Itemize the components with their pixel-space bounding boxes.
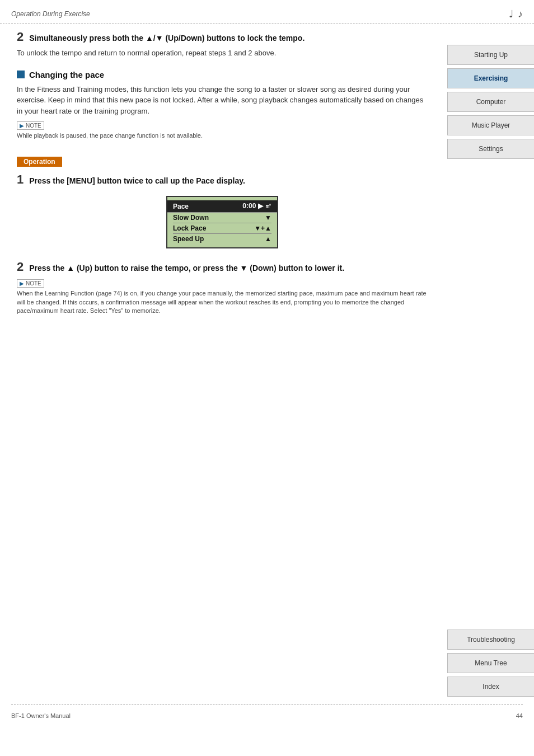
section-title: Operation During Exercise — [11, 10, 90, 18]
section-heading-text: Changing the pace — [29, 70, 104, 79]
pace-row-1: Slow Down ▼ — [173, 213, 271, 223]
sidebar-item-menu-tree[interactable]: Menu Tree — [447, 653, 534, 673]
music-note2-icon: ♪ — [518, 8, 523, 20]
music-note-icon: ♩ — [509, 8, 513, 20]
pace-value-0: 0:00 ▶ ㎡ — [242, 201, 271, 211]
pace-label-0: Pace — [173, 203, 189, 210]
main-content: 2 Simultaneously press both the ▲/▼ (Up/… — [11, 30, 433, 316]
note-text-learning: When the Learning Function (page 74) is … — [17, 289, 428, 315]
header-icons: ♩ ♪ — [509, 8, 523, 20]
note-label-text-2: NOTE — [26, 280, 41, 287]
sidebar-item-exercising[interactable]: Exercising — [447, 68, 534, 88]
step-text-lock: Simultaneously press both the ▲/▼ (Up/Do… — [29, 32, 305, 44]
step-lock-tempo: 2 Simultaneously press both the ▲/▼ (Up/… — [17, 30, 428, 59]
section-changing-pace: Changing the pace In the Fitness and Tra… — [17, 70, 428, 140]
page-footer: BF-1 Owner's Manual 44 — [0, 709, 534, 722]
step-pace-display: 1 Press the [MENU] button twice to call … — [17, 172, 428, 248]
pace-label-3: Speed Up — [173, 235, 204, 243]
pace-label-2: Lock Pace — [173, 224, 206, 232]
sidebar-item-settings[interactable]: Settings — [447, 139, 534, 159]
step-lock-header: 2 Simultaneously press both the ▲/▼ (Up/… — [17, 30, 428, 44]
pace-row-0: Pace 0:00 ▶ ㎡ — [167, 200, 277, 213]
step-description-lock: To unlock the tempo and return to normal… — [17, 48, 428, 59]
operation-tag-wrapper: Operation — [17, 151, 428, 172]
pace-value-2: ▼+▲ — [254, 224, 271, 232]
step-text-pace: Press the [MENU] button twice to call up… — [29, 175, 245, 187]
sidebar-item-starting-up[interactable]: Starting Up — [447, 45, 534, 65]
step-pace-updown: 2 Press the ▲ (Up) button to raise the t… — [17, 260, 428, 315]
pace-label-1: Slow Down — [173, 214, 209, 222]
note-learning: ▶ NOTE When the Learning Function (page … — [17, 279, 428, 315]
note-label-icon: ▶ NOTE — [17, 121, 44, 130]
step-number-lock: 2 — [17, 30, 24, 44]
sidebar-top: Starting Up Exercising Computer Music Pl… — [447, 45, 534, 162]
page-wrapper: Operation During Exercise ♩ ♪ Starting U… — [0, 0, 534, 756]
step-text-updown: Press the ▲ (Up) button to raise the tem… — [29, 262, 344, 274]
operation-tag: Operation — [17, 157, 62, 167]
sidebar-item-computer[interactable]: Computer — [447, 92, 534, 112]
pace-display-screen: Pace 0:00 ▶ ㎡ Slow Down ▼ Lock Pace ▼+▲ … — [166, 196, 278, 248]
sidebar-item-music-player[interactable]: Music Player — [447, 115, 534, 135]
pace-row-3: Speed Up ▲ — [173, 234, 271, 244]
changing-pace-description: In the Fitness and Training modes, this … — [17, 84, 428, 117]
page-header: Operation During Exercise ♩ ♪ — [0, 0, 534, 24]
section-heading-pace: Changing the pace — [17, 70, 428, 79]
page-number: 44 — [516, 712, 523, 719]
note-label-text: NOTE — [26, 123, 41, 129]
step-pace-header: 1 Press the [MENU] button twice to call … — [17, 172, 428, 187]
section-square-icon — [17, 71, 25, 78]
pace-value-3: ▲ — [265, 235, 271, 243]
sidebar-item-troubleshooting[interactable]: Troubleshooting — [447, 630, 534, 650]
step-number-pace: 1 — [17, 172, 24, 187]
pace-row-2: Lock Pace ▼+▲ — [173, 223, 271, 234]
step-pace-updown-header: 2 Press the ▲ (Up) button to raise the t… — [17, 260, 428, 274]
note-pace-paused: ▶ NOTE While playback is paused, the pac… — [17, 121, 428, 140]
note-label-learning: ▶ NOTE — [17, 279, 44, 288]
note-icon: ▶ — [20, 123, 24, 129]
pace-value-1: ▼ — [265, 214, 271, 222]
step-number-updown: 2 — [17, 260, 24, 274]
manual-title: BF-1 Owner's Manual — [11, 712, 71, 719]
bottom-border — [11, 704, 523, 705]
note-icon-2: ▶ — [20, 280, 24, 287]
note-text-paused: While playback is paused, the pace chang… — [17, 132, 428, 140]
